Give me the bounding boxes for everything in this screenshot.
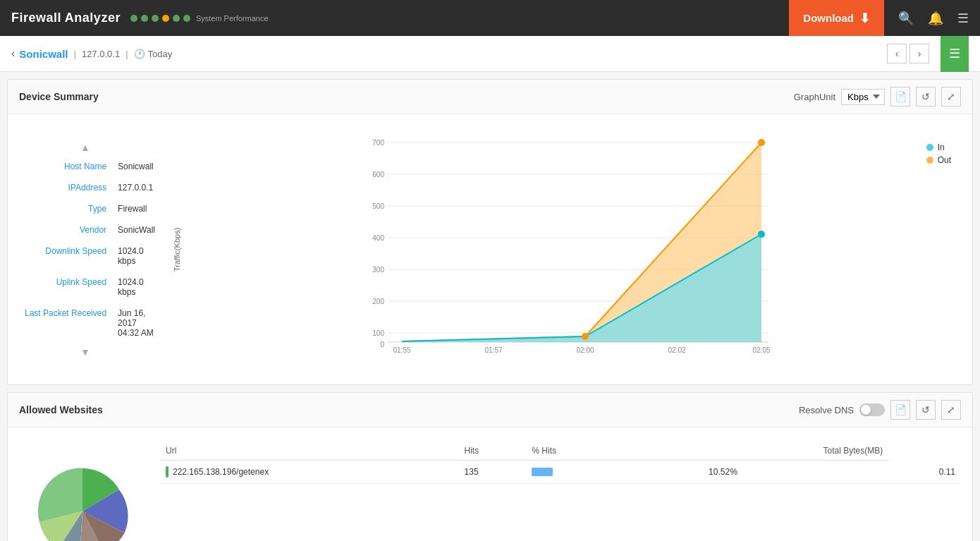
device-table-row: IPAddress 127.0.0.1 xyxy=(22,177,158,198)
field-label: Last Packet Received xyxy=(22,303,115,344)
search-icon[interactable]: 🔍 xyxy=(898,11,914,26)
svg-text:02:05: 02:05 xyxy=(752,346,770,354)
allowed-websites-title: Allowed Websites xyxy=(19,404,103,415)
legend-in-label: In xyxy=(938,142,945,152)
device-table-row: Downlink Speed 1024.0 kbps xyxy=(22,241,158,272)
websites-table-area: Url Hits % Hits Total Bytes(MB) 222.165.… xyxy=(160,442,961,541)
save-chart-button[interactable]: 📄 xyxy=(890,87,910,107)
svg-text:02:00: 02:00 xyxy=(576,346,594,354)
traffic-chart: 700 600 500 400 300 200 100 0 01:55 xyxy=(184,135,958,361)
url-cell: 222.165.138.196/getenex xyxy=(160,461,459,484)
table-row: 222.165.138.196/getenex 135 10.52% 0.11 xyxy=(160,461,961,484)
breadcrumb-ip: 127.0.0.1 xyxy=(82,49,120,59)
field-label: Downlink Speed xyxy=(22,241,115,272)
y-axis-label: Traffic(Kbps) xyxy=(170,135,184,363)
device-table-row: Uplink Speed 1024.0 kbps xyxy=(22,272,158,303)
legend-out-dot xyxy=(926,157,933,164)
hits-bar-container xyxy=(532,468,588,476)
field-value: Sonicwall xyxy=(115,156,158,177)
legend-out: Out xyxy=(926,155,951,165)
dot-2 xyxy=(141,15,148,22)
prev-button[interactable]: ‹ xyxy=(887,44,907,63)
device-table: Host Name Sonicwall IPAddress 127.0.0.1 … xyxy=(22,156,158,344)
pct-hits-text: 10.52% xyxy=(703,461,888,484)
settings-icon[interactable]: ☰ xyxy=(957,11,969,26)
field-label: Uplink Speed xyxy=(22,272,115,303)
field-label: Type xyxy=(22,198,115,219)
toggle-thumb xyxy=(861,405,871,415)
chart-area: Traffic(Kbps) 700 xyxy=(163,128,972,370)
app-title: Firewall Analyzer xyxy=(11,11,121,25)
clock-icon: 🕐 xyxy=(134,49,145,59)
breadcrumb-sep-1: | xyxy=(74,49,76,59)
bell-icon[interactable]: 🔔 xyxy=(928,11,943,26)
svg-text:600: 600 xyxy=(372,171,384,178)
next-button[interactable]: › xyxy=(909,44,929,63)
dot-3 xyxy=(152,15,159,22)
svg-text:02:02: 02:02 xyxy=(668,346,685,354)
graph-unit-select[interactable]: Kbps Mbps Bps xyxy=(841,89,885,105)
resolve-dns-toggle[interactable] xyxy=(859,403,885,416)
bytes-cell: 0.11 xyxy=(888,461,961,484)
sub-header: ‹ Sonicwall | 127.0.0.1 | 🕐 Today ‹ › ☰ xyxy=(0,36,980,72)
header-subtitle: System Performance xyxy=(196,14,269,23)
scroll-up-arrow[interactable]: ▲ xyxy=(22,139,149,156)
hits-cell: 135 xyxy=(459,461,527,484)
legend-out-label: Out xyxy=(938,155,951,165)
svg-text:0: 0 xyxy=(380,341,384,348)
svg-point-24 xyxy=(758,139,765,146)
url-value: 222.165.138.196/getenex xyxy=(173,467,269,477)
legend-in: In xyxy=(926,142,951,152)
svg-point-25 xyxy=(758,231,765,238)
breadcrumb-sep-2: | xyxy=(125,49,128,59)
device-table-row: Host Name Sonicwall xyxy=(22,156,158,177)
save-websites-button[interactable]: 📄 xyxy=(890,400,910,420)
fullscreen-websites-button[interactable]: ⤢ xyxy=(941,400,961,420)
svg-text:700: 700 xyxy=(372,139,384,147)
device-summary-header: Device Summary GraphUnit Kbps Mbps Bps 📄… xyxy=(8,80,972,114)
field-value: 127.0.0.1 xyxy=(115,177,158,198)
header-right-controls: Download ⬇ 🔍 🔔 ☰ xyxy=(789,0,969,36)
refresh-websites-button[interactable]: ↺ xyxy=(916,400,936,420)
breadcrumb-date: 🕐 Today xyxy=(134,49,173,59)
back-arrow[interactable]: ‹ xyxy=(11,47,15,60)
field-label: Vendor xyxy=(22,219,115,241)
svg-text:300: 300 xyxy=(372,266,384,274)
dot-1 xyxy=(130,15,137,22)
dot-4 xyxy=(162,15,169,22)
device-summary-body: ▲ Host Name Sonicwall IPAddress 127.0.0.… xyxy=(8,114,972,384)
scroll-down-arrow[interactable]: ▼ xyxy=(22,344,149,360)
download-icon: ⬇ xyxy=(859,11,870,26)
fullscreen-chart-button[interactable]: ⤢ xyxy=(941,87,961,107)
nav-arrows: ‹ › ☰ xyxy=(887,36,969,72)
dot-6 xyxy=(183,15,190,22)
field-value: Jun 16, 2017 04:32 AM xyxy=(115,303,158,344)
svg-text:400: 400 xyxy=(372,234,384,242)
allowed-websites-controls: Resolve DNS 📄 ↺ ⤢ xyxy=(799,400,961,420)
breadcrumb-device[interactable]: Sonicwall xyxy=(19,48,68,60)
device-summary-section: Device Summary GraphUnit Kbps Mbps Bps 📄… xyxy=(7,79,973,385)
field-value: SonicWall xyxy=(115,219,158,241)
graph-unit-label: GraphUnit xyxy=(794,92,835,102)
download-button[interactable]: Download ⬇ xyxy=(789,0,884,36)
pct-hits-header: % Hits xyxy=(526,442,703,461)
device-table-row: Type Firewall xyxy=(22,198,158,219)
pie-chart-area xyxy=(19,442,146,541)
chart-inner: 700 600 500 400 300 200 100 0 01:55 xyxy=(184,135,958,363)
url-indicator xyxy=(166,466,169,478)
url-header: Url xyxy=(160,442,459,461)
svg-point-23 xyxy=(582,333,589,340)
toggle-track[interactable] xyxy=(859,403,885,416)
hamburger-button[interactable]: ☰ xyxy=(941,36,969,72)
total-bytes-header: Total Bytes(MB) xyxy=(703,442,888,461)
allowed-websites-body: Url Hits % Hits Total Bytes(MB) 222.165.… xyxy=(8,427,972,541)
svg-text:500: 500 xyxy=(372,202,384,210)
device-summary-title: Device Summary xyxy=(19,91,99,102)
refresh-chart-button[interactable]: ↺ xyxy=(916,87,936,107)
device-summary-controls: GraphUnit Kbps Mbps Bps 📄 ↺ ⤢ xyxy=(794,87,961,107)
pct-hits-cell xyxy=(526,461,703,484)
field-value: 1024.0 kbps xyxy=(115,241,158,272)
allowed-websites-header: Allowed Websites Resolve DNS 📄 ↺ ⤢ xyxy=(8,393,972,427)
svg-text:01:55: 01:55 xyxy=(393,346,410,354)
status-dots xyxy=(130,15,190,22)
